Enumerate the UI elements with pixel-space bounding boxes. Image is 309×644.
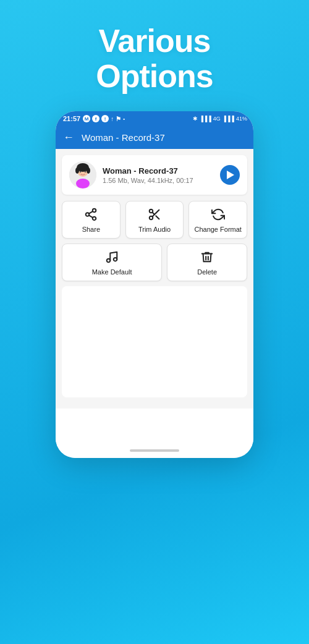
facebook-icon: f <box>92 115 99 122</box>
back-button[interactable]: ← <box>63 131 74 144</box>
status-icons: M f ! ↑ ⚑ • <box>83 115 125 122</box>
home-indicator <box>130 449 179 452</box>
file-name: Woman - Record-37 <box>103 166 214 176</box>
status-bar: 21:57 M f ! ↑ ⚑ • ✱ ▐▐▐ 4G ▐▐▐ 41% <box>56 111 253 126</box>
notification-icon: ! <box>101 115 109 122</box>
svg-point-18 <box>107 259 111 263</box>
music-note-icon <box>105 250 119 266</box>
trim-label: Trim Audio <box>138 226 171 233</box>
hero-title-line2: Options <box>96 58 213 94</box>
svg-point-6 <box>80 171 81 172</box>
make-default-label: Make Default <box>92 268 132 276</box>
svg-point-7 <box>85 171 86 172</box>
share-label: Share <box>82 226 100 233</box>
vpn-icon: ⚑ <box>116 116 121 122</box>
app-bar-title: Woman - Record-37 <box>82 132 165 143</box>
signal-bars: ▐▐▐ <box>200 116 211 122</box>
change-format-icon <box>211 208 225 223</box>
share-button[interactable]: Share <box>62 201 121 239</box>
svg-line-16 <box>156 216 159 219</box>
status-right: ✱ ▐▐▐ 4G ▐▐▐ 41% <box>193 116 247 122</box>
svg-point-5 <box>76 179 90 189</box>
share-icon <box>84 208 98 223</box>
network-type: 4G <box>213 116 221 122</box>
trim-audio-button[interactable]: Trim Audio <box>125 201 184 239</box>
svg-line-11 <box>89 216 93 218</box>
svg-point-19 <box>114 258 117 261</box>
actions-row-2: Make Default Delete <box>62 244 247 281</box>
file-info: Woman - Record-37 1.56 Mb, Wav, 44.1kHz,… <box>103 166 214 184</box>
status-time: 21:57 <box>63 115 80 122</box>
hero-title-line1: Various <box>99 23 211 59</box>
delete-label: Delete <box>197 268 217 276</box>
change-format-label: Change Format <box>194 226 241 233</box>
trim-icon <box>148 208 161 223</box>
make-default-button[interactable]: Make Default <box>62 244 162 281</box>
dot-indicator: • <box>123 116 125 122</box>
bottom-area <box>56 409 253 458</box>
phone-frame: 21:57 M f ! ↑ ⚑ • ✱ ▐▐▐ 4G ▐▐▐ 41% ← Wom… <box>56 111 253 458</box>
avatar-image <box>69 161 96 189</box>
delete-icon <box>200 250 214 266</box>
file-card: Woman - Record-37 1.56 Mb, Wav, 44.1kHz,… <box>62 155 247 195</box>
play-icon <box>227 171 234 179</box>
signal-bars2: ▐▐▐ <box>222 116 234 122</box>
bluetooth-icon: ✱ <box>193 116 198 122</box>
avatar <box>69 161 96 189</box>
actions-row-1: Share Trim Audio <box>62 201 247 239</box>
content-area: Woman - Record-37 1.56 Mb, Wav, 44.1kHz,… <box>56 149 253 409</box>
svg-point-3 <box>75 167 79 174</box>
delete-button[interactable]: Delete <box>167 244 247 281</box>
svg-point-4 <box>87 167 90 174</box>
messenger-icon: M <box>83 115 90 122</box>
signal-indicator: ↑ <box>111 116 114 122</box>
svg-line-12 <box>89 211 93 214</box>
battery-pct: 41% <box>236 116 247 122</box>
app-bar: ← Woman - Record-37 <box>56 126 253 149</box>
empty-area <box>62 286 247 397</box>
svg-line-17 <box>152 213 154 215</box>
file-meta: 1.56 Mb, Wav, 44.1kHz, 00:17 <box>103 177 214 184</box>
change-format-button[interactable]: Change Format <box>188 201 247 239</box>
hero-title: Various Options <box>96 23 213 94</box>
play-button[interactable] <box>220 165 240 185</box>
